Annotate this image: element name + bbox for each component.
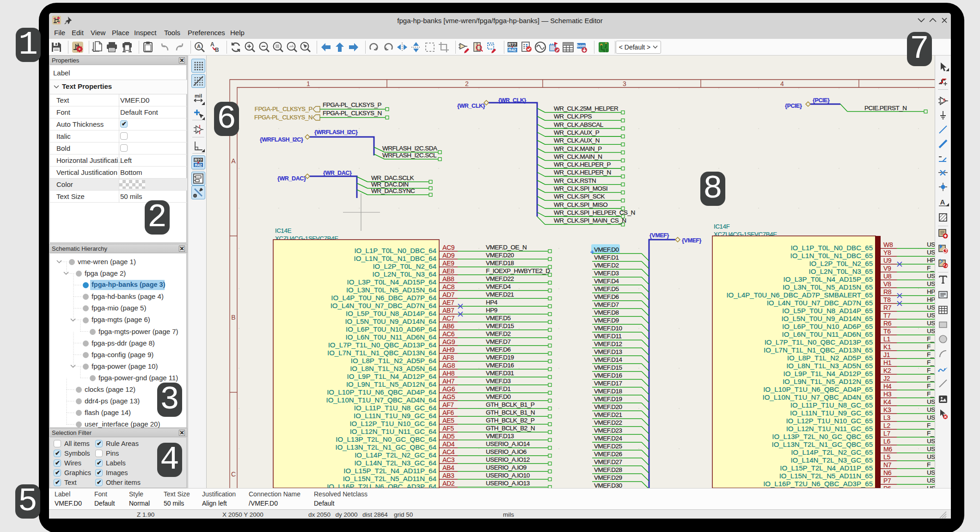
svg-text:IO_L15P_T2L_N4_AD11P_65: IO_L15P_T2L_N4_AD11P_65: [780, 464, 873, 472]
svg-text:IO_L14P_T2L_N2_GC_64: IO_L14P_T2L_N2_GC_64: [355, 451, 436, 459]
svg-text:L2: L2: [883, 422, 890, 429]
svg-text:VMEF.D2: VMEF.D2: [594, 262, 619, 269]
svg-text:1: 1: [306, 80, 310, 87]
svg-text:HP: HP: [927, 288, 935, 295]
svg-text:VMEF.D22: VMEF.D22: [594, 419, 622, 426]
svg-text:IO_L13N_T2L_N1_GC_QBC_65: IO_L13N_T2L_N1_GC_QBC_65: [772, 440, 873, 448]
svg-text:WR_DAC.SYNC: WR_DAC.SYNC: [371, 187, 415, 194]
svg-text:R8: R8: [883, 288, 892, 296]
svg-text:IO_L3N_T0L_N5_AD15N_64: IO_L3N_T0L_N5_AD15N_64: [346, 286, 436, 294]
svg-text:N6: N6: [883, 469, 892, 476]
svg-text:GTH_BCLK_B2_P: GTH_BCLK_B2_P: [486, 417, 535, 424]
svg-text:AB6: AB6: [442, 322, 454, 330]
svg-text:mil: mil: [195, 93, 202, 99]
svg-text:IO_L1N_T0L_N1_DBC_64: IO_L1N_T0L_N1_DBC_64: [354, 254, 436, 262]
svg-text:V8: V8: [883, 280, 891, 288]
svg-text:VMEF.D4: VMEF.D4: [486, 283, 511, 290]
svg-text:AE5: AE5: [442, 417, 454, 424]
svg-text:WR_CLK.SPI_MISO: WR_CLK.SPI_MISO: [554, 201, 607, 208]
svg-text:IO_L15P_T2L_N4_AD11P_64: IO_L15P_T2L_N4_AD11P_64: [343, 467, 436, 475]
svg-text:IO_L4P_T0U_N6_DBC_AD7P_64: IO_L4P_T0U_N6_DBC_AD7P_64: [331, 294, 436, 302]
svg-text:AC3: AC3: [442, 456, 455, 464]
svg-text:US: US: [927, 272, 935, 279]
svg-text:F_: F_: [927, 383, 934, 390]
svg-text:US: US: [927, 312, 935, 319]
svg-text:AD9: AD9: [442, 252, 455, 259]
svg-text:{WR_DAC}: {WR_DAC}: [277, 175, 306, 182]
svg-text:VMEF.D16: VMEF.D16: [486, 362, 514, 369]
svg-text:P7: P7: [883, 477, 891, 484]
svg-text:VMEF.D21: VMEF.D21: [486, 291, 514, 298]
svg-text:VMEF.D28: VMEF.D28: [594, 466, 622, 473]
svg-text:US: US: [927, 241, 935, 248]
svg-text:AF7: AF7: [442, 401, 454, 408]
svg-text:AB3: AB3: [442, 472, 454, 479]
svg-text:H1: H1: [883, 359, 892, 366]
svg-text:AF8: AF8: [442, 354, 454, 361]
svg-text:IO_L8P_T1L_N2_AD5P_65: IO_L8P_T1L_N2_AD5P_65: [787, 354, 873, 362]
svg-text:AB7: AB7: [442, 307, 454, 314]
svg-text:HP: HP: [927, 257, 935, 264]
svg-text:US: US: [927, 406, 935, 413]
svg-text:F_: F_: [927, 422, 934, 429]
svg-text:WR_CLK.25M_HELPER: WR_CLK.25M_HELPER: [554, 105, 619, 112]
svg-text:VMEF.D2: VMEF.D2: [486, 330, 511, 337]
svg-text:U8: U8: [883, 272, 892, 280]
svg-text:IO_L1P_T0L_N0_DBC_65: IO_L1P_T0L_N0_DBC_65: [790, 244, 873, 252]
svg-text:IO_L11N_T1U_N9_GC_64: IO_L11N_T1U_N9_GC_64: [354, 412, 436, 420]
svg-text:WR_CLK.MAIN_P: WR_CLK.MAIN_P: [554, 145, 602, 152]
svg-text:K2: K2: [883, 367, 891, 374]
svg-text:IO_L4P_T0U_N6_DBC_AD7P_SMBALER: IO_L4P_T0U_N6_DBC_AD7P_SMBALERT_65: [726, 291, 873, 299]
svg-text:B: B: [215, 47, 219, 53]
svg-text:IO_L5P_T0U_N8_AD14P_64: IO_L5P_T0U_N8_AD14P_64: [346, 309, 436, 317]
svg-text:F_: F_: [927, 367, 934, 374]
svg-text:IO_L13N_T2L_N1_GC_QBC_64: IO_L13N_T2L_N1_GC_QBC_64: [336, 443, 436, 451]
svg-text:F_: F_: [927, 265, 934, 272]
svg-text:U9: U9: [883, 257, 892, 264]
svg-text:L1: L1: [883, 335, 890, 343]
svg-text:IO_L3P_T0L_N4_AD15P_65: IO_L3P_T0L_N4_AD15P_65: [784, 275, 873, 283]
svg-text:R6: R6: [883, 320, 892, 327]
svg-text:IO_L4N_T0U_N7_DBC_AD7N_64: IO_L4N_T0U_N7_DBC_AD7N_64: [331, 302, 436, 309]
svg-text:T8: T8: [883, 296, 891, 303]
svg-text:VMEF.D17: VMEF.D17: [594, 380, 622, 387]
svg-text:WR_DAC.DIN: WR_DAC.DIN: [371, 181, 409, 188]
svg-text:US: US: [927, 445, 935, 452]
svg-text:M6: M6: [883, 445, 892, 453]
svg-text:H4: H4: [883, 383, 892, 390]
svg-text:IO_L12N_T1U_N11_GC_65: IO_L12N_T1U_N11_GC_65: [786, 425, 873, 433]
svg-text:AG5: AG5: [442, 393, 455, 401]
svg-text:US: US: [927, 485, 935, 488]
svg-text:IO_L10N_T1U_N7_QBC_AD4N_65: IO_L10N_T1U_N7_QBC_AD4N_65: [763, 393, 873, 401]
svg-text:IO_L10N_T1U_N7_QBC_AD4N_64: IO_L10N_T1U_N7_QBC_AD4N_64: [326, 396, 436, 404]
svg-text:WR_CLK.ABSCAL: WR_CLK.ABSCAL: [554, 121, 604, 128]
svg-text:VMEF.D3: VMEF.D3: [486, 377, 511, 384]
svg-text:VMEF.D19: VMEF.D19: [594, 396, 622, 402]
svg-text:FPGA-PL_CLKSYS_N: FPGA-PL_CLKSYS_N: [254, 114, 312, 121]
svg-text:VMEF.D0: VMEF.D0: [594, 246, 619, 253]
svg-text:AC4: AC4: [442, 448, 455, 456]
svg-text:VMEF.D12: VMEF.D12: [594, 340, 622, 347]
svg-text:B: B: [231, 314, 235, 321]
svg-text:VMEF.D10: VMEF.D10: [594, 325, 622, 332]
svg-text:AG6: AG6: [442, 385, 455, 393]
svg-text:{WR_CLK}: {WR_CLK}: [457, 103, 485, 109]
svg-text:AD5: AD5: [442, 433, 455, 440]
svg-text:US: US: [927, 304, 935, 311]
svg-text:WRFLASH_I2C.SCL: WRFLASH_I2C.SCL: [382, 152, 437, 159]
svg-text:VMEF.D1: VMEF.D1: [486, 385, 511, 392]
svg-text:IO_L12P_T1U_N10_GC_64: IO_L12P_T1U_N10_GC_64: [349, 420, 436, 427]
svg-text:IO_L15N_T2L_N5_AD11N_64: IO_L15N_T2L_N5_AD11N_64: [343, 475, 436, 483]
svg-text:IO_L2N_T0L_N3_64: IO_L2N_T0L_N3_64: [373, 270, 436, 278]
svg-text:VMEF.D1: VMEF.D1: [594, 254, 619, 261]
svg-text:F_: F_: [927, 390, 934, 397]
svg-text:US: US: [927, 469, 935, 476]
svg-text:HP: HP: [927, 296, 935, 303]
svg-text:K4: K4: [883, 398, 891, 406]
svg-text:{WR_DAC}: {WR_DAC}: [323, 170, 352, 176]
svg-text:VMEF.D15: VMEF.D15: [486, 322, 514, 329]
svg-text:{PCIE}: {PCIE}: [785, 103, 802, 109]
svg-text:AG9: AG9: [442, 338, 455, 346]
svg-text:IO_L11P_T1U_N8_GC_65: IO_L11P_T1U_N8_GC_65: [790, 401, 873, 409]
svg-text:US: US: [927, 249, 935, 256]
